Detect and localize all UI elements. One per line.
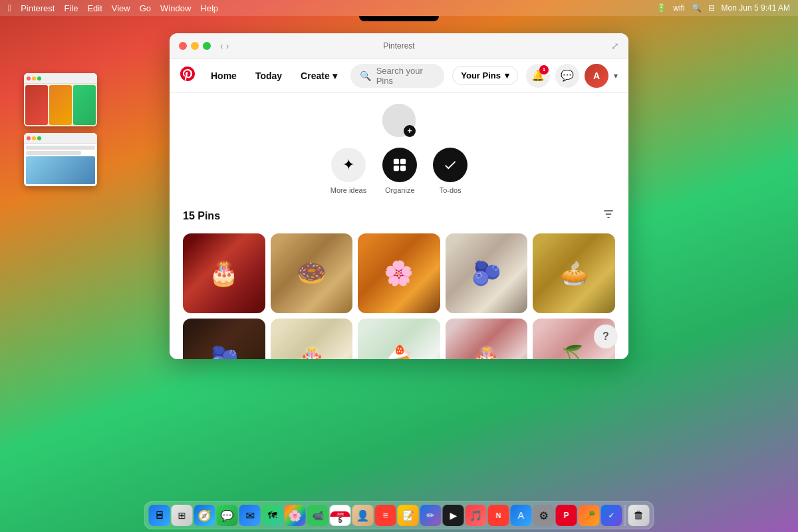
window-body: + ✦ More ideas: [170, 93, 628, 359]
dock-reminders[interactable]: ≡: [375, 505, 396, 526]
sidebar-thumbnail-2[interactable]: [24, 133, 97, 186]
dock-carrot[interactable]: 🥕: [579, 505, 600, 526]
your-pins-chevron: ▾: [505, 70, 509, 80]
menubar-edit[interactable]: Edit: [87, 3, 102, 13]
search-bar[interactable]: 🔍 Search your Pins: [350, 64, 445, 88]
dock-freeform[interactable]: ✏: [420, 505, 442, 526]
pins-header: 15 Pins: [183, 207, 615, 224]
todos-button[interactable]: To-dos: [433, 148, 467, 194]
dock-calendar[interactable]: JUN 5: [330, 505, 351, 526]
menubar-view[interactable]: View: [112, 3, 130, 13]
nav-icons: 🔔 1 💬 A ▾: [526, 64, 618, 88]
pin-item[interactable]: 🎂: [271, 319, 353, 359]
user-avatar[interactable]: A: [585, 64, 608, 88]
back-arrow[interactable]: ‹: [220, 41, 223, 51]
search-placeholder: Search your Pins: [376, 66, 436, 86]
pin-item[interactable]: 🍩: [271, 233, 353, 313]
pin-item[interactable]: 🫐: [183, 319, 265, 359]
dock-appstore[interactable]: A: [511, 505, 532, 526]
more-ideas-icon: ✦: [331, 148, 366, 182]
pinterest-window: ‹ › Pinterest ⤢ Home Today Create ▾ 🔍 Se…: [170, 33, 628, 359]
pin-item[interactable]: 🎂: [183, 233, 265, 313]
close-button[interactable]: [179, 42, 187, 50]
screen-dock: 🖥 ⊞ 🧭 💬 ✉ 🗺 🌸 📹 JUN 5 👤 ≡ 📝 ✏ ▶ 🎵 N A ⚙ …: [144, 501, 654, 529]
menubar-left:  Pinterest File Edit View Go Window Hel…: [8, 3, 218, 13]
dock-maps[interactable]: 🗺: [262, 505, 283, 526]
dock-things[interactable]: ✓: [601, 505, 622, 526]
dock-trash[interactable]: 🗑: [628, 505, 650, 526]
pin-item[interactable]: 🍰 +: [358, 319, 440, 359]
traffic-lights: [179, 42, 211, 50]
window-titlebar: ‹ › Pinterest ⤢: [170, 33, 628, 59]
datetime: Mon Jun 5 9:41 AM: [722, 3, 790, 13]
minimize-button[interactable]: [191, 42, 199, 50]
dock-mail[interactable]: ✉: [239, 505, 261, 526]
dock-notes[interactable]: 📝: [398, 505, 419, 526]
help-button[interactable]: ?: [594, 325, 618, 348]
dock-facetime[interactable]: 📹: [307, 505, 329, 526]
search-icon[interactable]: 🔍: [692, 3, 702, 13]
profile-add-button[interactable]: +: [404, 125, 416, 137]
notification-button[interactable]: 🔔 1: [526, 64, 550, 88]
pin-image: 🎂: [271, 319, 353, 359]
organize-icon: [382, 148, 417, 182]
action-buttons: ✦ More ideas Organize: [183, 148, 615, 194]
pin-item[interactable]: 🌸: [358, 233, 440, 313]
menubar-file[interactable]: File: [64, 3, 78, 13]
sidebar-thumbnail-1[interactable]: [24, 73, 97, 126]
pin-item[interactable]: 🎂: [446, 319, 528, 359]
pin-item[interactable]: 🫐: [446, 233, 528, 313]
dock-pinterest[interactable]: P: [556, 505, 577, 526]
menubar-app-name[interactable]: Pinterest: [21, 3, 55, 13]
todos-label: To-dos: [440, 186, 462, 194]
pin-image: 🌸: [358, 233, 440, 313]
menubar:  Pinterest File Edit View Go Window Hel…: [0, 0, 798, 16]
menubar-help[interactable]: Help: [200, 3, 218, 13]
messages-button[interactable]: 💬: [555, 64, 579, 88]
pins-count: 15 Pins: [183, 210, 220, 222]
profile-avatar[interactable]: +: [382, 104, 416, 137]
nav-arrows: ‹ ›: [220, 41, 229, 51]
organize-button[interactable]: Organize: [382, 148, 417, 194]
dock-music[interactable]: 🎵: [466, 505, 487, 526]
menubar-window[interactable]: Window: [160, 3, 191, 13]
pins-grid-row2: 🫐 🎂 🍰 +: [183, 319, 615, 359]
pin-image: 🫐: [183, 319, 265, 359]
menubar-go[interactable]: Go: [140, 3, 151, 13]
control-center-icon[interactable]: ⊟: [708, 3, 715, 13]
pinterest-navbar: Home Today Create ▾ 🔍 Search your Pins Y…: [170, 59, 628, 93]
pin-image: 🎂: [183, 233, 265, 313]
dock-contacts[interactable]: 👤: [352, 505, 374, 526]
your-pins-button[interactable]: Your Pins ▾: [452, 66, 518, 85]
dock-news[interactable]: N: [488, 505, 509, 526]
dock-launchpad[interactable]: ⊞: [172, 505, 193, 526]
forward-arrow[interactable]: ›: [226, 41, 229, 51]
pin-item[interactable]: 🥧: [533, 233, 615, 313]
organize-label: Organize: [385, 186, 415, 194]
dock-photos[interactable]: 🌸: [285, 505, 306, 526]
dock-finder[interactable]: 🖥: [149, 505, 170, 526]
maximize-button[interactable]: [203, 42, 211, 50]
nav-today[interactable]: Today: [250, 66, 287, 85]
profile-chevron[interactable]: ▾: [614, 71, 618, 80]
dock-messages[interactable]: 💬: [217, 505, 238, 526]
filter-button[interactable]: [602, 207, 615, 224]
dock-appletv[interactable]: ▶: [443, 505, 464, 526]
apple-menu[interactable]: : [8, 3, 11, 13]
window-title: Pinterest: [383, 41, 414, 51]
wifi-icon: wifi: [673, 3, 684, 13]
nav-create[interactable]: Create ▾: [295, 66, 342, 85]
window-external-icon[interactable]: ⤢: [611, 41, 619, 51]
more-ideas-button[interactable]: ✦ More ideas: [331, 148, 366, 194]
nav-home[interactable]: Home: [205, 66, 242, 85]
svg-rect-2: [394, 166, 399, 171]
chat-icon: 💬: [561, 69, 574, 82]
create-label: Create: [301, 70, 330, 81]
create-chevron: ▾: [332, 70, 337, 81]
pin-image: 🍩: [271, 233, 353, 313]
dock-settings[interactable]: ⚙: [533, 505, 555, 526]
pins-grid-row1: 🎂 🍩 🌸 🫐: [183, 233, 615, 313]
dock-safari[interactable]: 🧭: [194, 505, 215, 526]
menubar-right: 🔋 wifi 🔍 ⊟ Mon Jun 5 9:41 AM: [656, 3, 790, 13]
pinterest-logo[interactable]: [180, 66, 195, 85]
